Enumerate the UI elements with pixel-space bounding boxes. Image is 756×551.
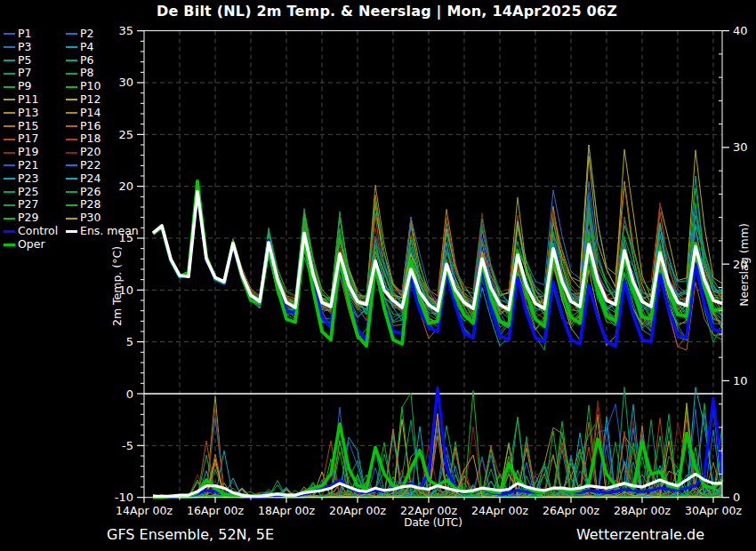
y-left-tick-label: -5 <box>122 439 133 452</box>
y-axis-right-title: Neerslag (mm) <box>737 223 751 307</box>
y-left-tick-label: 15 <box>118 231 133 244</box>
x-tick-label: 24Apr 00z <box>471 504 528 517</box>
y-right-tick-label: 30 <box>733 140 748 154</box>
y-left-tick-label: 0 <box>126 387 133 401</box>
x-tick-label: 14Apr 00z <box>116 504 173 517</box>
y-right-tick-label: 10 <box>733 374 748 387</box>
x-tick-label: 18Apr 00z <box>258 504 315 517</box>
y-right-tick-label: 0 <box>733 491 740 504</box>
member-precip-line-P11 <box>153 396 722 498</box>
y-axis-left-title: 2m Temp. (°C) <box>110 246 124 326</box>
x-tick-label: 22Apr 00z <box>400 504 457 517</box>
chart: 35302520151050-5-1040302010014Apr 00z16A… <box>0 0 756 551</box>
x-tick-label: 26Apr 00z <box>543 504 599 517</box>
series-layer <box>153 145 722 498</box>
y-left-tick-label: 35 <box>118 24 133 37</box>
x-tick-label: 20Apr 00z <box>329 504 386 517</box>
footer-brand: Wetterzentrale.de <box>576 526 704 543</box>
y-left-tick-label: 25 <box>118 128 133 141</box>
y-left-tick-label: 30 <box>118 76 133 89</box>
y-left-tick-label: -10 <box>115 491 133 504</box>
y-left-tick-label: 20 <box>118 180 133 193</box>
x-tick-label: 28Apr 00z <box>614 504 671 517</box>
y-left-tick-label: 5 <box>126 335 133 348</box>
x-tick-label: 16Apr 00z <box>187 504 244 517</box>
x-axis-title: Date (UTC) <box>380 516 487 529</box>
footer-model-info: GFS Ensemble, 52N, 5E <box>107 526 274 543</box>
y-right-tick-label: 40 <box>733 24 748 37</box>
x-tick-label: 30Apr 00z <box>685 504 742 517</box>
page: { "title": "De Bilt (NL) 2m Temp. & Neer… <box>0 0 756 551</box>
